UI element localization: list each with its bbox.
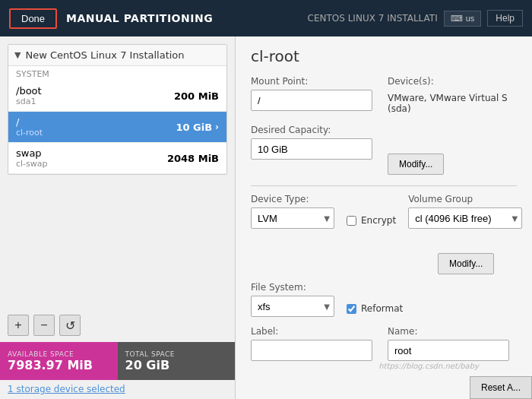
left-bottom: + − ↺ AVAILABLE SPACE 7983.97 MiB TOTAL … <box>0 309 235 399</box>
mount-point-input[interactable] <box>251 90 372 111</box>
storage-device-link[interactable]: 1 storage device selected <box>8 384 125 394</box>
partition-boot-device: sda1 <box>16 97 42 106</box>
encrypt-group: Encrypt <box>347 215 396 229</box>
partition-swap-device: cl-swap <box>16 159 48 169</box>
mount-point-field: Mount Point: <box>251 76 372 114</box>
volume-group-select[interactable]: cl (4096 KiB free) <box>408 207 522 229</box>
device-type-group: Device Type: LVM Standard RAID ▼ <box>251 194 334 229</box>
total-space-display: TOTAL SPACE 20 GiB <box>118 342 236 380</box>
add-partition-button[interactable]: + <box>8 315 29 336</box>
partition-swap-size: 2048 MiB <box>167 153 219 164</box>
partition-group: ▼ New CentOS Linux 7 Installation SYSTEM… <box>8 44 227 175</box>
modify-bottom-button[interactable]: Modify... <box>438 253 494 274</box>
volume-group-label: Volume Group <box>408 194 522 204</box>
modify-top-field: Modify... <box>388 125 444 175</box>
main-content: ▼ New CentOS Linux 7 Installation SYSTEM… <box>0 36 532 399</box>
mount-device-row: Mount Point: Device(s): VMware, VMware V… <box>251 76 517 114</box>
encrypt-checkbox[interactable] <box>347 216 356 226</box>
total-space-value: 20 GiB <box>125 358 228 372</box>
keyboard-button[interactable]: ⌨ us <box>444 11 482 27</box>
done-button[interactable]: Done <box>9 8 57 29</box>
header: Done MANUAL PARTITIONING CENTOS LINUX 7 … <box>0 0 532 36</box>
device-label: Device(s): <box>388 76 517 87</box>
available-space-value: 7983.97 MiB <box>8 358 110 372</box>
partition-item-boot[interactable]: /boot sda1 200 MiB <box>8 81 226 112</box>
device-type-label: Device Type: <box>251 194 334 204</box>
device-type-row: Device Type: LVM Standard RAID ▼ Encrypt… <box>251 194 517 229</box>
header-right: CENTOS LINUX 7 INSTALLATI ⌨ us Help <box>308 10 523 27</box>
available-space-display: AVAILABLE SPACE 7983.97 MiB <box>0 342 118 380</box>
partition-root-info: / cl-root <box>16 116 43 138</box>
right-panel-title: cl-root <box>251 47 517 65</box>
partition-root-name: / <box>16 116 43 128</box>
reset-button[interactable]: Reset A... <box>470 376 532 399</box>
filesystem-select[interactable]: xfs ext4 ext3 btrfs <box>251 296 334 317</box>
volume-group-field: Volume Group cl (4096 KiB free) ▼ <box>408 194 522 229</box>
install-title: CENTOS LINUX 7 INSTALLATI <box>308 13 438 24</box>
header-left: Done MANUAL PARTITIONING <box>9 8 213 29</box>
label-name-row: Label: Name: <box>251 326 517 361</box>
reformat-label[interactable]: Reformat <box>361 303 403 314</box>
partition-boot-info: /boot sda1 <box>16 85 42 106</box>
partition-swap-info: swap cl-swap <box>16 147 48 169</box>
divider <box>251 185 517 186</box>
partition-root-size: 10 GiB › <box>176 122 219 133</box>
watermark: https://blog.csdn.net/baby <box>378 362 479 370</box>
system-label: SYSTEM <box>8 66 226 81</box>
reformat-checkbox[interactable] <box>347 304 356 314</box>
keyboard-icon: ⌨ <box>451 14 463 24</box>
name-label: Name: <box>388 326 509 337</box>
label-label: Label: <box>251 326 372 337</box>
desired-capacity-input[interactable] <box>251 138 372 160</box>
right-panel: cl-root Mount Point: Device(s): VMware, … <box>236 36 532 399</box>
label-field: Label: <box>251 326 372 361</box>
device-info-text: VMware, VMware Virtual S (sda) <box>388 93 517 114</box>
name-field: Name: <box>388 326 509 361</box>
volume-group-select-wrapper: cl (4096 KiB free) ▼ <box>408 207 522 229</box>
partition-controls: + − ↺ <box>0 309 235 342</box>
partition-group-header[interactable]: ▼ New CentOS Linux 7 Installation <box>8 45 226 66</box>
available-space-label: AVAILABLE SPACE <box>8 350 110 358</box>
partition-root-device: cl-root <box>16 128 43 138</box>
space-bar: AVAILABLE SPACE 7983.97 MiB TOTAL SPACE … <box>0 342 235 380</box>
filesystem-label: File System: <box>251 282 334 293</box>
desired-capacity-field: Desired Capacity: <box>251 125 372 175</box>
storage-link-area: 1 storage device selected <box>0 380 235 399</box>
partition-swap-name: swap <box>16 147 48 159</box>
group-title: New CentOS Linux 7 Installation <box>25 49 184 61</box>
partition-boot-name: /boot <box>16 85 42 97</box>
modify-top-button[interactable]: Modify... <box>388 154 444 175</box>
page-title: MANUAL PARTITIONING <box>66 12 213 24</box>
device-field: Device(s): VMware, VMware Virtual S (sda… <box>388 76 517 114</box>
filesystem-select-wrapper: xfs ext4 ext3 btrfs ▼ <box>251 296 334 317</box>
selected-chevron-icon: › <box>215 122 219 132</box>
refresh-button[interactable]: ↺ <box>59 315 81 336</box>
name-input[interactable] <box>388 340 509 361</box>
desired-capacity-label: Desired Capacity: <box>251 125 372 135</box>
total-space-label: TOTAL SPACE <box>125 350 228 358</box>
group-expand-icon: ▼ <box>14 50 21 60</box>
device-type-select-wrapper: LVM Standard RAID ▼ <box>251 207 334 229</box>
partition-item-root[interactable]: / cl-root 10 GiB › <box>8 112 226 143</box>
remove-partition-button[interactable]: − <box>33 315 55 336</box>
filesystem-row: File System: xfs ext4 ext3 btrfs ▼ Refor… <box>251 282 517 317</box>
help-button[interactable]: Help <box>487 10 523 27</box>
encrypt-label[interactable]: Encrypt <box>361 215 396 226</box>
reformat-group: Reformat <box>347 303 403 317</box>
device-type-select[interactable]: LVM Standard RAID <box>251 207 334 229</box>
keyboard-lang: us <box>466 14 475 23</box>
partition-item-swap[interactable]: swap cl-swap 2048 MiB <box>8 143 226 174</box>
left-panel: ▼ New CentOS Linux 7 Installation SYSTEM… <box>0 36 236 399</box>
partition-boot-size: 200 MiB <box>174 90 219 102</box>
label-input[interactable] <box>251 340 372 361</box>
filesystem-field: File System: xfs ext4 ext3 btrfs ▼ <box>251 282 334 317</box>
mount-point-label: Mount Point: <box>251 76 372 87</box>
capacity-modify-row: Desired Capacity: Modify... <box>251 125 517 175</box>
